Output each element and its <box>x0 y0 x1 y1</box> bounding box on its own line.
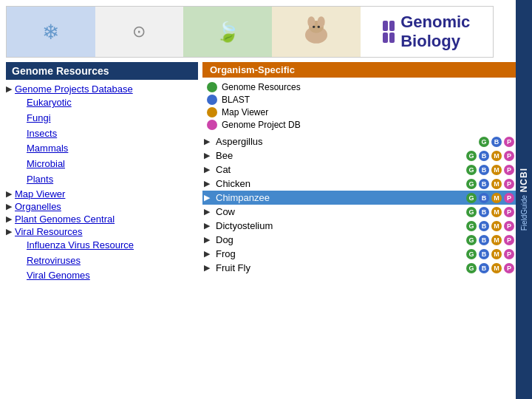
icon-m-chicken[interactable]: M <box>491 179 502 189</box>
icon-p-cat[interactable]: P <box>504 165 514 175</box>
icon-m-fruit-fly[interactable]: M <box>491 263 502 273</box>
org-row-cow[interactable]: ▶ Cow G B M P <box>202 205 516 219</box>
org-row-fruit-fly[interactable]: ▶ Fruit Fly G B M P <box>202 261 516 275</box>
org-row-cat[interactable]: ▶ Cat G B M P <box>202 163 516 177</box>
icon-b-cow[interactable]: B <box>479 207 489 217</box>
icon-g-bee[interactable]: G <box>466 151 477 161</box>
org-arrow-bee: ▶ <box>204 151 211 160</box>
org-icons-chicken: G B M P <box>466 179 514 189</box>
legend-row-g: Genome Resources <box>202 82 516 92</box>
nav-map-viewer-label[interactable]: Map Viewer <box>15 188 65 200</box>
org-arrow-cow: ▶ <box>204 207 211 216</box>
icon-g-cat[interactable]: G <box>466 165 477 175</box>
icon-g-aspergillus[interactable]: G <box>479 137 489 147</box>
nav-genome-projects-label[interactable]: Genome Projects Database <box>15 83 133 95</box>
left-panel: Genome Resources ▶ Genome Projects Datab… <box>6 62 198 372</box>
org-icons-dog: G B M P <box>466 235 514 245</box>
icon-b-aspergillus[interactable]: B <box>491 137 502 147</box>
nav-mammals[interactable]: Mammals <box>27 141 198 157</box>
icon-g-chimpanzee[interactable]: G <box>466 193 477 203</box>
org-row-dog[interactable]: ▶ Dog G B M P <box>202 233 516 247</box>
icon-g-cow[interactable]: G <box>466 207 477 217</box>
nav-fungi[interactable]: Fungi <box>27 111 198 126</box>
icon-p-fruit-fly[interactable]: P <box>504 263 514 273</box>
icon-m-frog[interactable]: M <box>491 249 502 259</box>
nav-plant-genomes-label[interactable]: Plant Genomes Central <box>15 214 115 225</box>
icon-g-fruit-fly[interactable]: G <box>466 263 477 273</box>
leaf-icon: 🍃 <box>216 21 239 44</box>
nav-viral-resources[interactable]: ▶ Viral Resources <box>6 225 198 238</box>
arrow-icon-4: ▶ <box>6 214 12 224</box>
nav-plant-genomes[interactable]: ▶ Plant Genomes Central <box>6 213 198 225</box>
header-cell-3: 🍃 <box>183 7 272 57</box>
nav-insects[interactable]: Insects <box>27 126 198 142</box>
nav-influenza[interactable]: Influenza Virus Resource <box>27 238 198 253</box>
snowflake-icon: ❄ <box>42 20 59 44</box>
org-name-aspergillus: Aspergillus <box>216 136 479 147</box>
icon-b-frog[interactable]: B <box>479 249 489 259</box>
icon-m-dog[interactable]: M <box>491 235 502 245</box>
icon-b-chicken[interactable]: B <box>479 179 489 189</box>
nav-map-viewer[interactable]: ▶ Map Viewer <box>6 188 198 200</box>
org-icons-bee: G B M P <box>466 151 514 161</box>
org-name-dog: Dog <box>216 234 466 245</box>
icon-g-chicken[interactable]: G <box>466 179 477 189</box>
icon-g-dictyostelium[interactable]: G <box>466 221 477 231</box>
icon-m-dictyostelium[interactable]: M <box>491 221 502 231</box>
nav-viral-genomes[interactable]: Viral Genomes <box>27 268 198 284</box>
svg-point-5 <box>317 26 319 28</box>
org-row-chimpanzee[interactable]: ▶ Chimpanzee G B M P <box>202 191 516 205</box>
nav-viral-resources-label[interactable]: Viral Resources <box>15 226 83 237</box>
icon-m-bee[interactable]: M <box>491 151 502 161</box>
org-arrow-dictyostelium: ▶ <box>204 221 211 231</box>
nav-organelles-label[interactable]: Organelles <box>15 201 61 212</box>
legend: Genome Resources BLAST Map Viewer Genome… <box>202 82 516 130</box>
nav-genome-projects[interactable]: ▶ Genome Projects Database <box>6 83 198 95</box>
nav-plants[interactable]: Plants <box>27 172 198 188</box>
nav-organelles[interactable]: ▶ Organelles <box>6 200 198 213</box>
icon-p-chimpanzee[interactable]: P <box>504 193 514 203</box>
icon-p-dog[interactable]: P <box>504 235 514 245</box>
icon-m-chimpanzee[interactable]: M <box>491 193 502 203</box>
icon-m-cat[interactable]: M <box>491 165 502 175</box>
header-banner: ❄ ⊙ 🍃 Genomic <box>6 6 494 58</box>
icon-p-frog[interactable]: P <box>504 249 514 259</box>
icon-b-chimpanzee[interactable]: B <box>479 193 489 203</box>
org-row-frog[interactable]: ▶ Frog G B M P <box>202 247 516 261</box>
nav-microbial[interactable]: Microbial <box>27 157 198 172</box>
icon-b-cat[interactable]: B <box>479 165 489 175</box>
org-row-bee[interactable]: ▶ Bee G B M P <box>202 149 516 163</box>
arrow-icon: ▶ <box>6 84 12 94</box>
viral-resources-children: Influenza Virus Resource Retroviruses Vi… <box>6 238 198 284</box>
genome-projects-children: Eukaryotic Fungi Insects Mammals Microbi… <box>6 95 198 188</box>
right-section-title: Organism-Specific <box>202 62 516 78</box>
nav-eukaryotic[interactable]: Eukaryotic <box>27 95 198 111</box>
icon-m-cow[interactable]: M <box>491 207 502 217</box>
arrow-icon-2: ▶ <box>6 189 12 199</box>
org-row-chicken[interactable]: ▶ Chicken G B M P <box>202 177 516 191</box>
icon-g-dog[interactable]: G <box>466 235 477 245</box>
org-icons-cat: G B M P <box>466 165 514 175</box>
org-name-bee: Bee <box>216 150 466 161</box>
org-arrow-cat: ▶ <box>204 165 211 174</box>
legend-dot-p <box>207 120 217 130</box>
org-row-dictyostelium[interactable]: ▶ Dictyostelium G B M P <box>202 219 516 233</box>
icon-p-dictyostelium[interactable]: P <box>504 221 514 231</box>
legend-dot-m <box>207 107 217 117</box>
icon-p-cow[interactable]: P <box>504 207 514 217</box>
main-content: Genome Resources ▶ Genome Projects Datab… <box>6 62 516 372</box>
icon-p-aspergillus[interactable]: P <box>504 137 514 147</box>
org-row-aspergillus[interactable]: ▶ Aspergillus G B P <box>202 134 516 149</box>
icon-b-dog[interactable]: B <box>479 235 489 245</box>
icon-p-chicken[interactable]: P <box>504 179 514 189</box>
icon-b-bee[interactable]: B <box>479 151 489 161</box>
header-cell-4 <box>272 7 361 57</box>
icon-g-frog[interactable]: G <box>466 249 477 259</box>
icon-p-bee[interactable]: P <box>504 151 514 161</box>
org-icons-chimpanzee: G B M P <box>466 193 514 203</box>
org-arrow-frog: ▶ <box>204 249 211 259</box>
icon-b-fruit-fly[interactable]: B <box>479 263 489 273</box>
icon-b-dictyostelium[interactable]: B <box>479 221 489 231</box>
legend-dot-g <box>207 82 217 92</box>
nav-retroviruses[interactable]: Retroviruses <box>27 253 198 269</box>
